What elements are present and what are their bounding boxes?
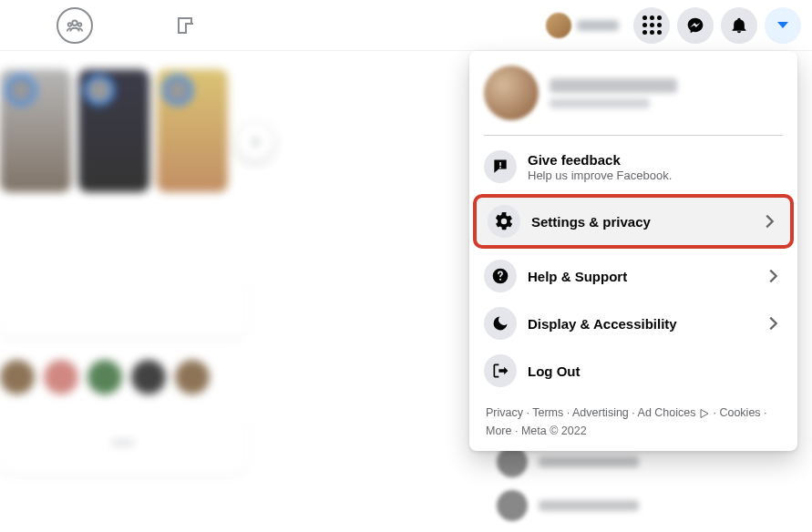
logout-icon: [484, 354, 517, 387]
menu-sublabel: Help us improve Facebook.: [528, 169, 783, 182]
view-profile-row[interactable]: [477, 58, 790, 128]
svg-rect-4: [499, 167, 501, 169]
help-support-item[interactable]: Help & Support: [477, 252, 790, 300]
gear-icon: [488, 205, 520, 238]
divider: [484, 135, 783, 136]
profile-chip[interactable]: [539, 9, 626, 42]
notifications-button[interactable]: [721, 7, 757, 44]
profile-chip-name: [577, 20, 619, 31]
adchoices-icon: [699, 408, 710, 419]
svg-point-6: [499, 279, 501, 281]
footer-meta-copyright: Meta © 2022: [515, 425, 587, 437]
profile-text: [550, 78, 677, 108]
svg-point-2: [78, 23, 82, 26]
settings-privacy-item[interactable]: Settings & privacy: [473, 194, 794, 249]
avatar: [546, 13, 571, 38]
caret-down-icon: [777, 22, 788, 28]
log-out-item[interactable]: Log Out: [477, 347, 790, 394]
footer-link-cookies[interactable]: Cookies: [713, 406, 760, 419]
grid-icon: [642, 15, 662, 35]
footer-link-advertising[interactable]: Advertising: [567, 406, 629, 419]
menu-label: Give feedback: [528, 152, 783, 168]
bell-icon: [730, 16, 748, 35]
menu-label: Display & Accessibility: [528, 316, 752, 332]
background-feed-blur: [0, 51, 273, 532]
footer-link-terms[interactable]: Terms: [526, 406, 563, 419]
svg-point-0: [72, 20, 77, 26]
menu-label: Log Out: [528, 363, 783, 379]
top-nav-right: [539, 7, 801, 44]
stories-next-arrow[interactable]: [237, 124, 273, 160]
groups-tab-icon[interactable]: [57, 7, 93, 44]
svg-point-1: [68, 23, 72, 26]
svg-rect-3: [499, 162, 501, 166]
contacts-list-blur: [497, 446, 639, 521]
feedback-icon: [484, 150, 517, 183]
footer-link-adchoices[interactable]: Ad Choices: [632, 406, 713, 419]
menu-apps-button[interactable]: [633, 7, 670, 44]
gaming-tab-icon[interactable]: [175, 15, 197, 36]
menu-label: Help & Support: [528, 269, 752, 284]
give-feedback-item[interactable]: Give feedback Help us improve Facebook.: [477, 143, 790, 190]
account-dropdown-button[interactable]: [765, 7, 801, 44]
display-accessibility-item[interactable]: Display & Accessibility: [477, 300, 790, 347]
messenger-icon: [686, 16, 704, 35]
top-nav-bar: [0, 0, 812, 51]
messenger-button[interactable]: [677, 7, 714, 44]
top-nav-left: [11, 7, 197, 44]
footer-link-privacy[interactable]: Privacy: [486, 406, 523, 419]
account-dropdown-menu: Give feedback Help us improve Facebook. …: [469, 51, 797, 451]
help-icon: [484, 260, 517, 292]
chevron-right-icon: [763, 266, 783, 286]
avatar: [484, 66, 539, 120]
chevron-right-icon: [759, 211, 779, 231]
moon-icon: [484, 307, 517, 340]
menu-label: Settings & privacy: [531, 214, 748, 230]
dropdown-footer-links: Privacy Terms Advertising Ad Choices Coo…: [477, 394, 790, 440]
chevron-right-icon: [763, 313, 783, 333]
